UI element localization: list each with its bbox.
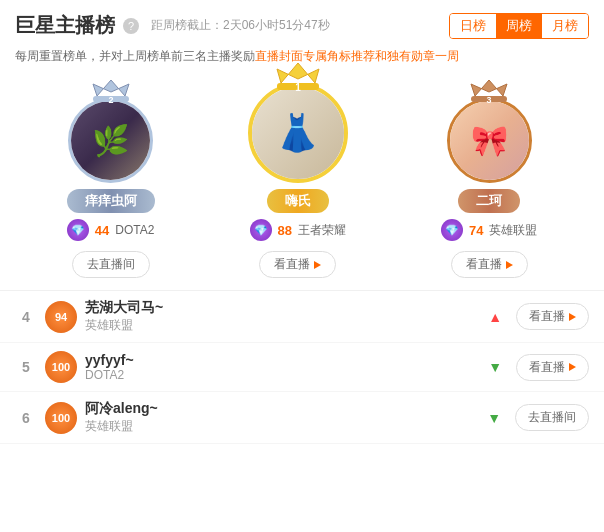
svg-marker-6 [471,80,507,96]
list-name: 芜湖大司马~ [85,299,488,317]
rank1-gem-icon: 💎 [250,219,272,241]
list-gem-icon: 100 [45,402,77,434]
rank1-name: 嗨氏 [267,189,329,213]
rank1-avatar: 👗 [248,83,348,183]
rank3-watch-btn[interactable]: 看直播 [451,251,528,278]
page-title: 巨星主播榜 [15,12,115,39]
tab-week[interactable]: 周榜 [496,14,542,38]
rank3-score-row: 💎 74 英雄联盟 [441,219,537,241]
trend-icon: ▼ [488,359,502,375]
rank3-avatar-wrapper: 3 🎀 [447,98,532,183]
list-info: 芜湖大司马~ 英雄联盟 [85,299,488,334]
list-name: yyfyyf~ [85,352,488,368]
rank2-avatar-wrapper: 2 🌿 [68,98,153,183]
top-item-rank2: 2 🌿 痒痒虫阿 💎 44 DOTA2 去直播间 [67,98,155,278]
rank2-avatar: 🌿 [68,98,153,183]
svg-text:1: 1 [295,82,301,93]
svg-text:2: 2 [108,95,113,104]
list-name: 阿冷aleng~ [85,400,487,418]
list-game: DOTA2 [85,368,488,382]
rank1-avatar-wrapper: 1 👗 [248,83,348,183]
tab-month[interactable]: 月榜 [542,14,588,38]
rank3-name: 二珂 [458,189,520,213]
top-item-rank1: 1 👗 嗨氏 💎 88 王者荣耀 看直播 [248,83,348,278]
rank3-score: 74 [469,223,483,238]
list-gem-icon: 100 [45,351,77,383]
list-rank-num: 4 [15,309,37,325]
rank2-watch-btn[interactable]: 去直播间 [72,251,150,278]
list-game: 英雄联盟 [85,317,488,334]
list-trend: ▼ [487,410,501,426]
list-watch-btn[interactable]: 去直播间 [515,404,589,431]
rank2-game: DOTA2 [115,223,154,237]
rank2-score-row: 💎 44 DOTA2 [67,219,155,241]
list-watch-btn[interactable]: 看直播 [516,303,589,330]
countdown: 距周榜截止：2天06小时51分47秒 [151,17,330,34]
rank2-gem-icon: 💎 [67,219,89,241]
list-rank-num: 6 [15,410,37,426]
tab-group: 日榜 周榜 月榜 [449,13,589,39]
rank1-watch-btn[interactable]: 看直播 [259,251,336,278]
list-info: yyfyyf~ DOTA2 [85,352,488,382]
trend-icon: ▼ [487,410,501,426]
list-gem-icon: 94 [45,301,77,333]
tab-day[interactable]: 日榜 [450,14,496,38]
crown-silver-icon: 2 [89,76,133,104]
svg-text:3: 3 [487,95,492,104]
main-container: 巨星主播榜 ? 距周榜截止：2天06小时51分47秒 日榜 周榜 月榜 每周重置… [0,0,604,532]
question-icon[interactable]: ? [123,18,139,34]
list-game: 英雄联盟 [85,418,487,435]
rank1-game: 王者荣耀 [298,222,346,239]
rank3-play-icon [506,261,513,269]
crown-gold-icon: 1 [273,61,323,93]
header: 巨星主播榜 ? 距周榜截止：2天06小时51分47秒 日榜 周榜 月榜 [0,0,604,45]
list-watch-btn[interactable]: 看直播 [516,354,589,381]
subtitle-text: 每周重置榜单，并对上周榜单前三名主播奖励 [15,49,255,63]
rank1-score: 88 [278,223,292,238]
crown-bronze-icon: 3 [467,76,511,104]
rank3-avatar: 🎀 [447,98,532,183]
list-item-rank6: 6 100 阿冷aleng~ 英雄联盟 ▼ 去直播间 [0,392,604,444]
list-item-rank4: 4 94 芜湖大司马~ 英雄联盟 ▲ 看直播 [0,291,604,343]
list-trend: ▼ [488,359,502,375]
trend-icon: ▲ [488,309,502,325]
list-rank-num: 5 [15,359,37,375]
list-trend: ▲ [488,309,502,325]
rank3-game: 英雄联盟 [489,222,537,239]
rank3-gem-icon: 💎 [441,219,463,241]
svg-marker-3 [277,63,319,83]
rank2-score: 44 [95,223,109,238]
list-section: 4 94 芜湖大司马~ 英雄联盟 ▲ 看直播 5 100 yyfyyf~ DOT… [0,290,604,444]
top-item-rank3: 3 🎀 二珂 💎 74 英雄联盟 看直播 [441,98,537,278]
list-play-icon [569,313,576,321]
rank2-name: 痒痒虫阿 [67,189,155,213]
top3-section: 2 🌿 痒痒虫阿 💎 44 DOTA2 去直播间 [0,73,604,278]
list-info: 阿冷aleng~ 英雄联盟 [85,400,487,435]
svg-marker-0 [93,80,129,96]
list-play-icon [569,363,576,371]
rank1-score-row: 💎 88 王者荣耀 [250,219,346,241]
play-icon [314,261,321,269]
list-item-rank5: 5 100 yyfyyf~ DOTA2 ▼ 看直播 [0,343,604,392]
